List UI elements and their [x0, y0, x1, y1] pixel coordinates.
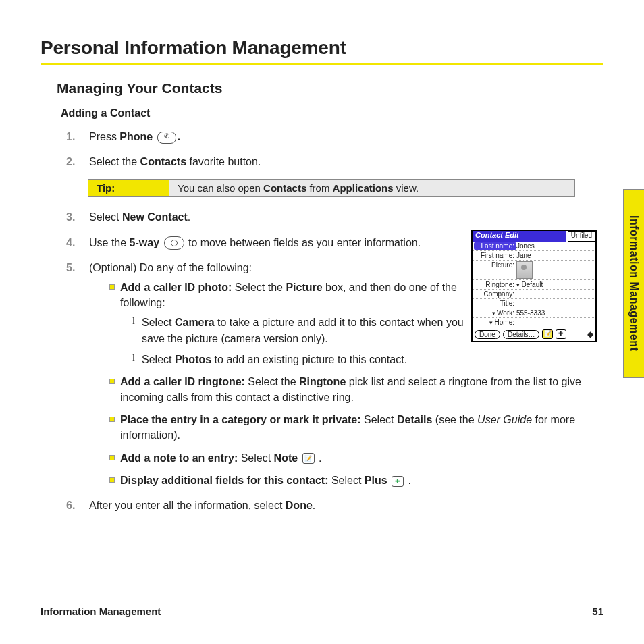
sub-caller-id-photo: Add a caller ID photo: Select the Pictur… [109, 279, 485, 367]
sub-add-note: Add a note to an entry: Select Note . [109, 450, 603, 466]
device-done-button: Done [475, 330, 500, 339]
device-title: Contact Edit [473, 231, 566, 242]
phone-key-icon [157, 132, 176, 144]
section-heading: Managing Your Contacts [57, 80, 603, 97]
work-value: 555-3333 [516, 309, 594, 317]
sub-caller-id-ringtone: Add a caller ID ringtone: Select the Rin… [109, 374, 603, 405]
ringtone-value: Default [516, 281, 594, 288]
device-category: Unfiled [568, 231, 595, 242]
sub-category-private: Place the entry in a category or mark it… [109, 412, 603, 443]
tip-text: You can also open Contacts from Applicat… [169, 180, 574, 196]
plus-icon [392, 476, 404, 487]
step-3: Select New Contact. [66, 209, 454, 225]
title-rule [41, 63, 603, 65]
device-scroll-indicator: ◆ [587, 329, 593, 339]
footer-page-number: 51 [592, 606, 603, 617]
side-tab: Information Management [623, 189, 644, 378]
title-label: Title: [474, 300, 516, 307]
page-title: Personal Information Management [41, 37, 603, 59]
company-label: Company: [474, 290, 516, 298]
firstname-value: Jane [516, 252, 594, 259]
sub-additional-fields: Display additional fields for this conta… [109, 473, 603, 488]
step-1: Press Phone . [66, 129, 603, 144]
step-2: Select the Contacts favorite button. [66, 154, 603, 169]
firstname-label: First name: [474, 252, 516, 259]
note-icon [302, 453, 315, 464]
home-label: Home: [474, 319, 516, 326]
avatar-placeholder [516, 261, 533, 279]
subsection-heading: Adding a Contact [61, 107, 603, 119]
sub-camera: Select Camera to take a picture and add … [132, 315, 485, 346]
lastname-label: Last name: [474, 242, 516, 250]
device-plus-button: ✚ [556, 329, 566, 339]
tip-callout: Tip: You can also open Contacts from App… [88, 179, 575, 197]
work-label: Work: [474, 309, 516, 317]
picture-label: Picture: [474, 261, 516, 279]
ringtone-label: Ringtone: [474, 281, 516, 288]
fiveway-key-icon [164, 236, 184, 250]
tip-label: Tip: [88, 180, 169, 196]
device-note-button: 📝 [542, 329, 553, 339]
page-footer: Information Management 51 [41, 606, 603, 617]
footer-left: Information Management [41, 606, 161, 617]
step-4: Use the 5-way to move between fields as … [66, 235, 454, 250]
device-details-button: Details… [503, 330, 540, 339]
step-6: After you enter all the information, sel… [66, 498, 603, 513]
sub-photos: Select Photos to add an existing picture… [132, 352, 485, 367]
lastname-value: Jones [516, 242, 594, 250]
contact-edit-screenshot: Contact Edit Unfiled Last name:Jones Fir… [471, 230, 597, 342]
